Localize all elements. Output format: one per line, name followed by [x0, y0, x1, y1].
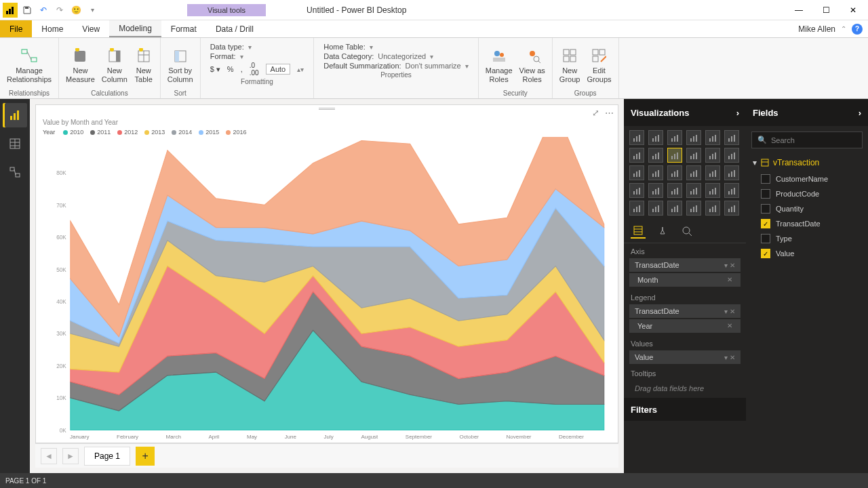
legend-item[interactable]: 2015	[199, 129, 219, 136]
comma-button[interactable]: ,	[241, 65, 243, 73]
save-icon[interactable]	[20, 3, 34, 17]
hometable-dropdown[interactable]: ▾	[370, 43, 373, 51]
legend-item[interactable]: 2014	[172, 129, 192, 136]
add-page-button[interactable]: +	[136, 447, 155, 466]
viz-type-icon[interactable]	[705, 148, 720, 163]
viz-type-icon[interactable]	[724, 165, 739, 180]
summarization-value[interactable]: Don't summarize	[406, 62, 461, 70]
new-group-button[interactable]: New Group	[559, 46, 580, 83]
redo-icon[interactable]: ↷	[53, 3, 66, 17]
viz-type-icon[interactable]	[724, 183, 739, 198]
field-row[interactable]: ✓TransactDate	[746, 216, 868, 231]
fields-search-input[interactable]: 🔍 Search	[751, 131, 863, 148]
viz-type-icon[interactable]	[667, 165, 682, 180]
new-table-button[interactable]: New Table	[134, 46, 153, 83]
decimals-stepper[interactable]: ▴▾	[297, 66, 304, 73]
viz-type-icon[interactable]	[667, 130, 682, 145]
fields-tab-icon[interactable]	[631, 224, 646, 239]
format-tab-icon[interactable]	[655, 224, 670, 239]
datatype-dropdown[interactable]: ▾	[248, 43, 252, 51]
viz-type-icon[interactable]	[667, 183, 682, 198]
page-next-button[interactable]: ►	[62, 448, 79, 464]
new-column-button[interactable]: New Column	[102, 46, 127, 83]
model-view-button[interactable]	[3, 160, 27, 184]
axis-well-subitem[interactable]: Month✕	[629, 273, 741, 287]
tab-home[interactable]: Home	[32, 20, 73, 37]
viz-type-icon[interactable]	[724, 201, 739, 216]
help-icon[interactable]: ?	[852, 24, 863, 35]
tab-modeling[interactable]: Modeling	[109, 20, 161, 37]
field-row[interactable]: ✓Value	[746, 246, 868, 261]
legend-well-subitem[interactable]: Year✕	[629, 319, 741, 333]
viz-type-icon[interactable]	[629, 183, 644, 198]
minimize-button[interactable]: —	[789, 2, 808, 18]
viz-type-icon[interactable]	[686, 130, 701, 145]
viz-type-icon[interactable]	[724, 130, 739, 145]
legend-well-item[interactable]: TransactDate▾ ✕	[629, 304, 741, 318]
viz-type-icon[interactable]	[648, 201, 663, 216]
currency-button[interactable]: $ ▾	[210, 65, 220, 74]
new-measure-button[interactable]: New Measure	[66, 46, 95, 83]
field-checkbox[interactable]: ✓	[761, 219, 770, 228]
field-checkbox[interactable]	[761, 234, 770, 243]
tab-view[interactable]: View	[73, 20, 109, 37]
edit-groups-button[interactable]: Edit Groups	[587, 46, 611, 83]
legend-item[interactable]: 2016	[226, 129, 246, 136]
viz-type-icon[interactable]	[705, 165, 720, 180]
sort-by-column-button[interactable]: Sort by Column	[167, 46, 193, 83]
field-checkbox[interactable]	[761, 204, 770, 214]
legend-item[interactable]: 2010	[63, 129, 83, 136]
field-checkbox[interactable]: ✓	[761, 249, 770, 258]
legend-item[interactable]: 2013	[144, 129, 165, 136]
qat-dropdown-icon[interactable]: ▾	[85, 3, 99, 17]
viz-type-icon[interactable]	[686, 165, 701, 180]
viz-type-icon[interactable]	[686, 201, 701, 216]
manage-relationships-button[interactable]: Manage Relationships	[7, 46, 52, 83]
user-name[interactable]: Mike Allen	[798, 24, 835, 34]
analytics-tab-icon[interactable]	[679, 224, 694, 239]
legend-item[interactable]: 2011	[90, 129, 111, 136]
viz-type-icon[interactable]	[629, 130, 644, 145]
viz-type-icon[interactable]	[686, 148, 701, 163]
maximize-button[interactable]: ☐	[816, 2, 835, 18]
viz-type-icon[interactable]	[705, 183, 720, 198]
undo-icon[interactable]: ↶	[37, 3, 50, 17]
manage-roles-button[interactable]: Manage Roles	[486, 46, 513, 83]
percent-button[interactable]: %	[227, 65, 234, 73]
field-row[interactable]: ProductCode	[746, 186, 868, 201]
smiley-icon[interactable]: 🙂	[69, 3, 83, 17]
user-chevron-icon[interactable]: ⌃	[841, 25, 846, 33]
view-as-roles-button[interactable]: View as Roles	[519, 46, 545, 83]
axis-well-item[interactable]: TransactDate▾ ✕	[629, 258, 741, 272]
field-row[interactable]: CustomerName	[746, 171, 868, 186]
viz-type-icon[interactable]	[705, 201, 720, 216]
tab-format[interactable]: Format	[161, 20, 206, 37]
filters-section-title[interactable]: Filters	[631, 405, 657, 415]
viz-type-icon[interactable]	[724, 148, 739, 163]
legend-item[interactable]: 2012	[117, 129, 138, 136]
viz-type-icon[interactable]	[648, 148, 663, 163]
field-row[interactable]: Quantity	[746, 201, 868, 216]
tooltips-drop-zone[interactable]: Drag data fields here	[629, 380, 741, 396]
viz-type-icon[interactable]	[629, 148, 644, 163]
field-row[interactable]: Type	[746, 231, 868, 246]
datacategory-value[interactable]: Uncategorized	[378, 52, 426, 60]
file-tab[interactable]: File	[0, 20, 32, 37]
field-checkbox[interactable]	[761, 189, 770, 199]
decimals-button[interactable]: .0.00	[250, 62, 259, 77]
auto-decimals-input[interactable]: Auto	[266, 64, 291, 75]
chart-visual[interactable]: ⤢ ⋯ Value by Month and Year Year 2010201…	[35, 104, 618, 443]
viz-type-icon[interactable]	[686, 183, 701, 198]
values-well-item[interactable]: Value▾ ✕	[629, 350, 741, 364]
viz-type-icon[interactable]	[648, 130, 663, 145]
focus-mode-icon[interactable]: ⤢	[592, 108, 599, 118]
drag-handle-icon[interactable]	[319, 108, 335, 110]
viz-type-icon[interactable]	[648, 165, 663, 180]
viz-type-icon[interactable]	[705, 130, 720, 145]
collapse-viz-icon[interactable]: ›	[736, 108, 739, 118]
more-options-icon[interactable]: ⋯	[605, 108, 614, 118]
collapse-fields-icon[interactable]: ›	[859, 108, 861, 118]
tab-data-drill[interactable]: Data / Drill	[206, 20, 263, 37]
viz-type-icon[interactable]	[629, 201, 644, 216]
viz-type-icon[interactable]	[667, 148, 682, 163]
